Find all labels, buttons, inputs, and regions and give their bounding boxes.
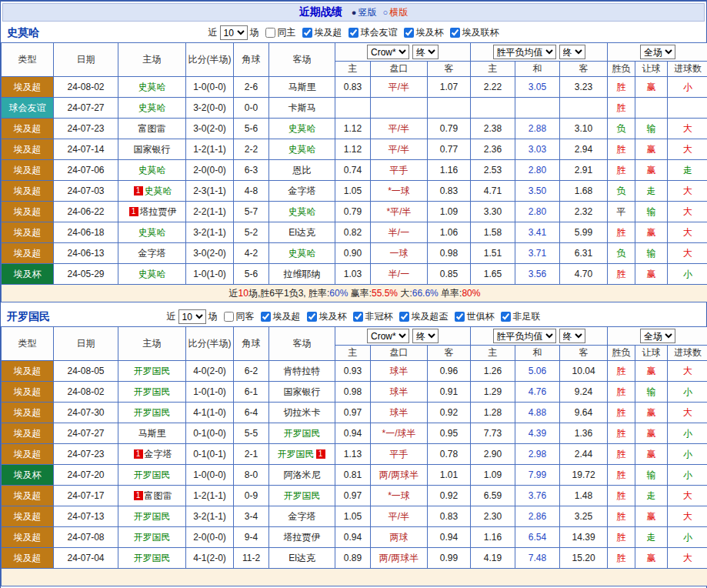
team-name[interactable]: 史莫哈 — [7, 26, 39, 40]
away-team-name[interactable]: 史莫哈 — [288, 206, 316, 217]
team-name[interactable]: 开罗国民 — [7, 310, 50, 324]
league-filter-checkbox[interactable] — [455, 312, 465, 322]
home-team-name[interactable]: 史莫哈 — [138, 82, 166, 92]
red-card-badge: 1 — [129, 207, 138, 216]
away-team-name[interactable]: 切拉米卡 — [284, 407, 321, 418]
wdl-final-select[interactable]: 终 — [559, 45, 585, 59]
home-team-cell: 史莫哈 — [118, 160, 186, 181]
home-team-name[interactable]: 富图雷 — [138, 123, 166, 134]
league-type-cell: 埃及超 — [2, 486, 54, 506]
away-team-name[interactable]: 塔拉贾伊 — [284, 532, 321, 543]
result-handicap: 输 — [635, 202, 668, 222]
scope-select[interactable]: 全场 — [640, 329, 675, 343]
scope-header-cell: 全场 — [608, 327, 707, 346]
result-goals: 大 — [668, 119, 707, 139]
away-team-name[interactable]: 马斯里 — [288, 82, 316, 92]
home-team-name[interactable]: 开罗国民 — [134, 366, 171, 376]
home-team-name[interactable]: 史莫哈 — [138, 102, 166, 113]
same-venue-checkbox[interactable] — [265, 28, 275, 38]
away-team-name[interactable]: 国家银行 — [284, 386, 321, 397]
home-team-name[interactable]: 史莫哈 — [138, 269, 166, 279]
away-team-name[interactable]: 史莫哈 — [288, 248, 316, 259]
away-team-name[interactable]: 卡斯马 — [288, 102, 316, 113]
wdl-draw: 3.50 — [515, 181, 560, 202]
handicap: *平/半 — [371, 202, 428, 222]
league-filter-checkbox[interactable] — [307, 312, 317, 322]
summary-segment: 赢率: — [348, 288, 372, 299]
league-filter-checkbox[interactable] — [261, 312, 271, 322]
away-team-cell: 塔拉贾伊 — [269, 527, 335, 548]
away-team-name[interactable]: 金字塔 — [288, 511, 316, 522]
home-team-name[interactable]: 史莫哈 — [145, 185, 172, 196]
away-team-name[interactable]: 史莫哈 — [288, 144, 316, 155]
odds-company-select[interactable]: Crow* — [367, 329, 409, 343]
away-team-name[interactable]: 金字塔 — [288, 185, 316, 196]
score-cell: 1-0(1-0) — [186, 264, 234, 285]
away-team-name[interactable]: El达克 — [288, 553, 315, 563]
wdl-average-select[interactable]: 胜平负均值 — [493, 45, 556, 59]
same-venue-checkbox[interactable] — [224, 312, 234, 322]
vertical-layout-radio[interactable]: ●竖版 — [352, 7, 377, 18]
result-goals: 小 — [668, 444, 707, 465]
home-team-name[interactable]: 金字塔 — [145, 449, 172, 459]
result-handicap — [635, 98, 668, 119]
home-team-name[interactable]: 国家银行 — [134, 144, 171, 155]
col-away: 客场 — [269, 43, 335, 77]
odds-home: 0.94 — [335, 423, 371, 444]
result-outcome: 平 — [608, 202, 635, 222]
scope-select[interactable]: 全场 — [640, 45, 675, 59]
horizontal-layout-radio[interactable]: ○横版 — [383, 7, 409, 18]
home-team-name[interactable]: 富图雷 — [145, 490, 172, 501]
home-team-name[interactable]: 开罗国民 — [134, 532, 171, 543]
home-team-name[interactable]: 开罗国民 — [134, 407, 171, 418]
recent-count-select[interactable]: 10 — [220, 25, 248, 40]
wdl-home: 1.51 — [471, 243, 515, 264]
wdl-final-select[interactable]: 终 — [559, 329, 585, 343]
result-outcome: 胜 — [608, 527, 635, 548]
league-filter-checkbox[interactable] — [501, 312, 511, 322]
league-filter-checkbox[interactable] — [302, 28, 312, 38]
match-date: 24-07-03 — [54, 181, 118, 202]
wdl-header-cell: 胜平负均值终 — [471, 43, 608, 62]
home-team-name[interactable]: 塔拉贾伊 — [140, 206, 177, 217]
league-filter-checkbox[interactable] — [450, 28, 460, 38]
result-outcome: 胜 — [608, 403, 635, 423]
home-team-name[interactable]: 开罗国民 — [134, 553, 171, 563]
odds-away: 0.96 — [428, 361, 471, 382]
wdl-home: 1.26 — [471, 361, 515, 382]
home-team-cell: 开罗国民 — [118, 361, 186, 382]
away-team-name[interactable]: 阿洛米尼 — [284, 469, 321, 480]
handicap: 平/半 — [371, 506, 428, 527]
home-team-name[interactable]: 开罗国民 — [134, 511, 171, 522]
wdl-average-select[interactable]: 胜平负均值 — [493, 329, 556, 343]
league-filter-checkbox[interactable] — [353, 312, 363, 322]
away-team-name[interactable]: 恩比 — [293, 165, 312, 175]
away-team-name[interactable]: 开罗国民 — [278, 449, 315, 459]
home-team-name[interactable]: 开罗国民 — [134, 469, 171, 480]
home-team-name[interactable]: 史莫哈 — [138, 165, 166, 175]
away-team-name[interactable]: 史莫哈 — [288, 123, 316, 134]
away-team-name[interactable]: 开罗国民 — [284, 428, 321, 439]
away-team-name[interactable]: 肯特拉特 — [284, 366, 321, 376]
away-team-name[interactable]: 开罗国民 — [284, 490, 321, 501]
odds-final-select[interactable]: 终 — [412, 45, 439, 59]
recent-count-select[interactable]: 10 — [178, 309, 206, 324]
away-team-name[interactable]: El达克 — [288, 227, 315, 238]
league-filter-checkbox[interactable] — [399, 312, 409, 322]
home-team-name[interactable]: 金字塔 — [138, 248, 166, 259]
match-row: 埃及超24-06-18史莫哈3-2(1-1)5-2El达克0.82半/一1.06… — [2, 222, 707, 243]
league-filter-checkbox[interactable] — [404, 28, 414, 38]
home-team-cell: 1富图雷 — [118, 486, 186, 506]
league-filter-label: 埃及超 — [273, 310, 301, 323]
away-team-name[interactable]: 拉维耶纳 — [284, 269, 321, 279]
home-team-name[interactable]: 开罗国民 — [134, 386, 171, 397]
match-row: 埃及超24-06-221塔拉贾伊2-2(1-1)5-7史莫哈0.79*平/半1.… — [2, 202, 707, 222]
odds-final-select[interactable]: 终 — [412, 329, 439, 343]
corner-cell: 3-4 — [234, 506, 269, 527]
odds-company-select[interactable]: Crow* — [367, 45, 409, 59]
home-team-name[interactable]: 马斯里 — [138, 428, 166, 439]
league-filter-checkbox[interactable] — [348, 28, 359, 38]
section-header: 开罗国民近10场同客埃及超埃及杯非冠杯埃及超盃世俱杯非足联 — [1, 307, 706, 326]
home-team-name[interactable]: 史莫哈 — [138, 227, 166, 238]
wdl-home: 7.73 — [471, 423, 515, 444]
